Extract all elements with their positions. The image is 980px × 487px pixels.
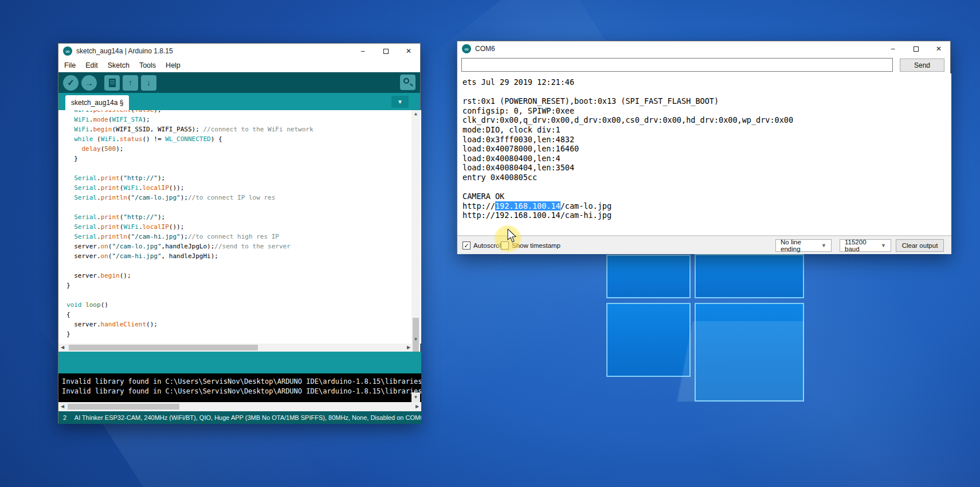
- code-line: }: [66, 280, 412, 290]
- document-icon: [109, 79, 116, 87]
- maximize-icon: [914, 46, 919, 52]
- right-arrow-icon: →: [85, 78, 93, 88]
- ide-maximize-button[interactable]: [374, 44, 397, 59]
- arduino-logo-icon: ∞: [462, 44, 471, 53]
- serial-output-line: entry 0x400805cc: [462, 173, 951, 182]
- baud-rate-dropdown[interactable]: 115200 baud ▼: [840, 239, 891, 252]
- console-scroll-down-arrow-icon[interactable]: ▼: [411, 392, 420, 402]
- serial-monitor-button[interactable]: [400, 75, 415, 90]
- serial-close-button[interactable]: ✕: [927, 41, 950, 56]
- code-line: [66, 261, 412, 271]
- editor-console-divider: [58, 352, 421, 373]
- ide-close-button[interactable]: ✕: [397, 44, 420, 59]
- serial-send-row: Send: [457, 56, 950, 73]
- code-editor[interactable]: WiFi.persistent(false); WiFi.mode(WIFI_S…: [58, 110, 421, 344]
- console-horizontal-scrollbar[interactable]: ◀ ▶: [58, 402, 421, 411]
- code-text: WiFi.persistent(false); WiFi.mode(WIFI_S…: [66, 110, 412, 339]
- serial-output-line: load:0x3fff0030,len:4832: [462, 135, 951, 145]
- menu-edit[interactable]: Edit: [85, 61, 98, 69]
- code-line: Serial.println("/cam-lo.jpg");//to conne…: [66, 193, 412, 202]
- code-line: WiFi.mode(WIFI_STA);: [66, 115, 412, 124]
- ide-window-title: sketch_aug14a | Arduino 1.8.15: [76, 47, 173, 55]
- console-line: Invalid library found in C:\Users\Servis…: [62, 377, 421, 387]
- upload-button[interactable]: →: [81, 75, 97, 91]
- serial-output-line: load:0x40080404,len:3504: [462, 163, 951, 173]
- code-line: delay(500);: [66, 144, 412, 154]
- arduino-logo-icon: ∞: [63, 46, 72, 56]
- windows-logo-pane-top-left: [606, 255, 691, 298]
- down-arrow-icon: ↓: [147, 78, 151, 87]
- serial-output-line: ets Jul 29 2019 12:21:46: [462, 77, 951, 87]
- baud-rate-value: 115200 baud: [845, 239, 876, 252]
- tab-list-dropdown-button[interactable]: ▼: [391, 96, 409, 108]
- ide-titlebar[interactable]: ∞ sketch_aug14a | Arduino 1.8.15 – ✕: [58, 44, 420, 59]
- up-arrow-icon: ↑: [128, 78, 132, 87]
- code-line: Serial.print(WiFi.localIP());: [66, 183, 412, 193]
- scroll-right-arrow-icon[interactable]: ▶: [405, 344, 413, 352]
- scroll-down-arrow-icon[interactable]: ▼: [411, 336, 420, 344]
- ide-tabstrip: sketch_aug14a § ▼: [58, 93, 420, 110]
- serial-bottom-bar: ✓ Autoscroll Show timestamp No line endi…: [457, 236, 951, 254]
- code-line: [66, 290, 412, 300]
- serial-output-line: load:0x40080400,len:4: [462, 154, 951, 163]
- windows-logo-pane-bottom-left: [606, 303, 691, 377]
- serial-output-line: load:0x40078000,len:16460: [462, 144, 951, 154]
- serial-output-line: CAMERA OK: [462, 192, 951, 201]
- scroll-up-arrow-icon[interactable]: ▲: [411, 110, 420, 118]
- console-scroll-thumb[interactable]: [68, 404, 179, 410]
- chevron-down-icon: ▼: [821, 243, 826, 248]
- code-line: Serial.print(WiFi.localIP());: [66, 222, 412, 232]
- serial-output-line: [462, 87, 951, 97]
- serial-output-area[interactable]: ets Jul 29 2019 12:21:46 rst:0x1 (POWERO…: [457, 73, 951, 236]
- scroll-right-arrow-icon[interactable]: ▶: [413, 402, 421, 410]
- code-line: Serial.println("/cam-hi.jpg");//to conne…: [66, 232, 412, 241]
- serial-titlebar[interactable]: ∞ COM6 – ✕: [457, 41, 950, 56]
- verify-button[interactable]: ✓: [63, 75, 79, 91]
- scroll-left-arrow-icon[interactable]: ◀: [58, 402, 66, 410]
- menu-sketch[interactable]: Sketch: [108, 61, 130, 69]
- code-line: while (WiFi.status() != WL_CONNECTED) {: [66, 134, 412, 144]
- serial-output-line: http://192.168.100.14/cam-hi.jpg: [462, 211, 951, 220]
- editor-horizontal-scrollbar[interactable]: ◀ ▶: [58, 344, 413, 352]
- serial-input-field[interactable]: [461, 58, 893, 72]
- status-line-number: 2: [63, 414, 75, 421]
- windows-logo-pane-bottom-right: [695, 303, 804, 402]
- menu-help[interactable]: Help: [166, 61, 181, 69]
- console-line: Invalid library found in C:\Users\Servis…: [62, 387, 421, 396]
- tab-sketch-aug14a[interactable]: sketch_aug14a §: [65, 95, 129, 110]
- chevron-down-icon: ▼: [881, 243, 886, 248]
- code-line: server.on("/cam-lo.jpg",handleJpgLo);//s…: [66, 241, 412, 251]
- check-icon: ✓: [67, 77, 75, 88]
- horizontal-scroll-thumb[interactable]: [69, 345, 258, 350]
- windows-logo-pane-top-right: [695, 254, 804, 298]
- line-ending-dropdown[interactable]: No line ending ▼: [775, 239, 832, 252]
- code-line: server.on("/cam-hi.jpg", handleJpgHi);: [66, 251, 412, 261]
- serial-minimize-button[interactable]: –: [881, 41, 904, 56]
- new-sketch-button[interactable]: [104, 75, 120, 91]
- serial-output-line: http://192.168.100.14/cam-lo.jpg: [462, 201, 951, 211]
- clear-output-button[interactable]: Clear output: [896, 239, 944, 252]
- save-sketch-button[interactable]: ↓: [141, 75, 156, 91]
- ide-minimize-button[interactable]: –: [351, 44, 374, 59]
- serial-maximize-button[interactable]: [904, 41, 927, 56]
- ide-statusbar: 2 AI Thinker ESP32-CAM, 240MHz (WiFi/BT)…: [58, 411, 421, 424]
- ide-menubar: File Edit Sketch Tools Help: [58, 59, 420, 72]
- chevron-down-icon: ▼: [397, 99, 403, 105]
- code-line: Serial.print("http://");: [66, 212, 412, 222]
- menu-tools[interactable]: Tools: [139, 61, 156, 69]
- serial-output-line: mode:DIO, clock div:1: [462, 125, 951, 135]
- menu-file[interactable]: File: [64, 61, 76, 69]
- code-line: [66, 202, 412, 212]
- serial-monitor-window: ∞ COM6 – ✕ Send ets Jul 29 2019 12:21:46…: [457, 41, 951, 254]
- send-button[interactable]: Send: [900, 59, 944, 72]
- code-line: WiFi.begin(WIFI_SSID, WIFI_PASS); //conn…: [66, 124, 412, 134]
- serial-window-title: COM6: [475, 45, 495, 53]
- mouse-cursor: [507, 229, 519, 244]
- editor-vertical-scrollbar[interactable]: ▲ ▼: [411, 110, 420, 344]
- autoscroll-checkbox[interactable]: ✓: [462, 241, 471, 250]
- open-sketch-button[interactable]: ↑: [123, 75, 138, 91]
- arduino-ide-window: ∞ sketch_aug14a | Arduino 1.8.15 – ✕ Fil…: [58, 43, 421, 423]
- scroll-left-arrow-icon[interactable]: ◀: [58, 344, 66, 352]
- maximize-icon: [383, 49, 389, 54]
- code-line: }: [66, 154, 412, 163]
